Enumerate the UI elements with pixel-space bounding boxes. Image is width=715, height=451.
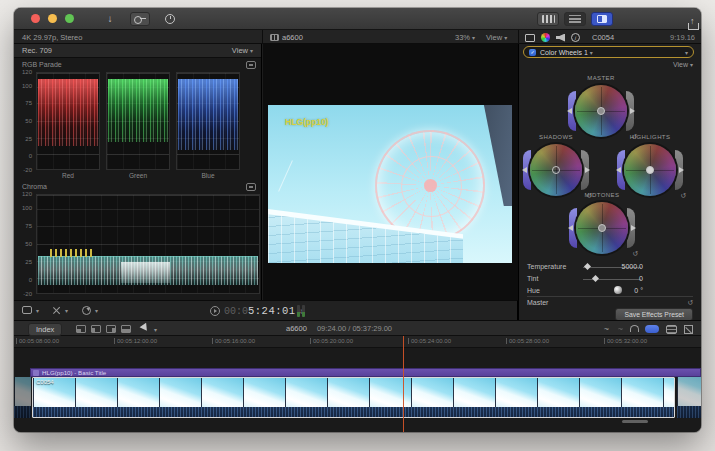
left-handle-icon[interactable] (519, 167, 527, 173)
viewer-compare-menu[interactable]: ▾ (22, 306, 39, 314)
film-frame-icon (270, 34, 279, 41)
temperature-slider[interactable] (584, 263, 591, 270)
right-handle-icon[interactable] (679, 167, 687, 173)
audio-inspector-icon[interactable] (556, 34, 565, 42)
connect-edit-button[interactable] (76, 325, 86, 333)
ruler-label: 00:05:20:00.00 (310, 338, 353, 344)
master-label: Master (527, 299, 548, 306)
keyword-editor-button[interactable] (130, 12, 150, 26)
highlights-wheel-label: HIGHLIGHTS (616, 134, 684, 140)
viewer-zoom-menu[interactable]: 33%▾ (455, 33, 475, 42)
color-disc[interactable] (624, 144, 676, 196)
timeline-toolbar: Index ▾ a6600 09:24.00 / 05:37:29.00 ~ ~ (14, 320, 701, 336)
reset-icon[interactable]: ↺ (632, 250, 638, 258)
solo-toggle[interactable] (630, 325, 639, 332)
hue-dial[interactable] (614, 286, 622, 294)
timeline-lanes[interactable]: HLG(pp10) - Basic Title C0054 (14, 348, 701, 432)
overwrite-edit-button[interactable] (121, 325, 131, 333)
zoom-button[interactable] (65, 14, 74, 23)
hue-value[interactable]: 0 ° (634, 287, 643, 294)
pole-image (278, 160, 293, 191)
inspector-view-menu[interactable]: View▾ (673, 61, 693, 68)
insert-edit-button[interactable] (91, 325, 101, 333)
effect-pulldown[interactable]: ✓ Color Wheels 1 ▾ ▾ (523, 46, 694, 58)
right-handle-icon[interactable] (585, 167, 593, 173)
left-handle-icon[interactable] (613, 167, 621, 173)
color-inspector-icon[interactable] (541, 33, 550, 42)
media-info: 4K 29.97p, Stereo (22, 33, 82, 42)
tint-slider[interactable] (592, 275, 599, 282)
tint-label: Tint (527, 275, 538, 282)
green-waveform-graph (106, 72, 170, 170)
title-clip[interactable]: HLG(pp10) - Basic Title (30, 368, 701, 377)
color-disc[interactable] (530, 144, 582, 196)
chroma-scale: 120100 7550 250 -20 (14, 194, 34, 294)
reset-icon[interactable]: ↺ (680, 192, 686, 200)
wheel-puck[interactable] (646, 166, 654, 174)
retime-menu[interactable]: ▾ (82, 306, 98, 315)
show-timeline-button[interactable] (564, 12, 586, 26)
info-inspector-icon[interactable]: i (571, 33, 580, 42)
ruler-label: 00:05:24:00.00 (408, 338, 451, 344)
previous-clip-fragment[interactable] (14, 377, 31, 418)
audio-skimming-toggle[interactable]: ~ (618, 325, 623, 333)
chevron-down-icon: ▾ (36, 307, 39, 314)
tint-value[interactable]: 0 (639, 275, 643, 282)
playhead[interactable] (403, 336, 404, 432)
viewer-panel: HLG(pp10) (263, 44, 518, 300)
scope-settings-icon[interactable] (246, 183, 256, 191)
color-disc[interactable] (575, 85, 627, 137)
left-handle-icon[interactable] (564, 108, 572, 114)
right-handle-icon[interactable] (631, 225, 639, 231)
wheel-puck[interactable] (598, 224, 606, 232)
clip-appearance-button[interactable] (666, 325, 677, 334)
show-inspector-button[interactable] (591, 12, 613, 26)
temperature-value[interactable]: 5000.0 (622, 263, 643, 270)
timecode-display[interactable]: 00:0 5:24:01 48 (210, 304, 305, 317)
append-edit-button[interactable] (106, 325, 116, 333)
snapping-toggle[interactable] (645, 325, 659, 333)
timeline-project-info[interactable]: a6600 09:24.00 / 05:37:29.00 (286, 324, 392, 333)
timeline-ruler[interactable]: 00:05:08:00.00 00:05:12:00.00 00:05:16:0… (14, 336, 701, 348)
color-disc[interactable] (576, 202, 628, 254)
close-button[interactable] (31, 14, 40, 23)
project-name: a6600 (286, 324, 307, 333)
clip-audio-waveform (14, 406, 31, 418)
info-bar: 4K 29.97p, Stereo a6600 33%▾ View▾ i C00… (14, 30, 701, 44)
effect-checkbox[interactable]: ✓ (529, 49, 536, 56)
master-color-wheel[interactable]: ↺ (567, 83, 635, 139)
tool-menu[interactable]: ▾ (142, 324, 157, 335)
down-arrow-icon: ↓ (108, 14, 113, 24)
green-waveform (108, 79, 168, 142)
clip-handle[interactable] (622, 420, 648, 423)
ruler-label: 00:05:16:00.00 (212, 338, 255, 344)
import-media-button[interactable]: ↓ (100, 12, 120, 26)
wheel-puck[interactable] (552, 166, 560, 174)
minimize-button[interactable] (48, 14, 57, 23)
background-tasks-button[interactable] (160, 12, 180, 26)
reset-icon[interactable]: ↺ (687, 299, 693, 307)
wheel-puck[interactable] (597, 107, 605, 115)
video-inspector-icon[interactable] (525, 34, 535, 42)
onscreen-tools-menu[interactable]: ▾ (52, 306, 68, 315)
video-frame[interactable]: HLG(pp10) (268, 105, 512, 263)
audio-meters[interactable] (297, 305, 305, 317)
next-clip-fragment[interactable] (677, 377, 701, 418)
scope-settings-icon[interactable] (246, 61, 256, 69)
midtones-color-wheel[interactable]: ↺ (568, 200, 636, 256)
timeline-zoom-button[interactable] (684, 325, 693, 334)
selected-video-clip[interactable]: C0054 (32, 377, 675, 418)
right-handle-icon[interactable] (630, 108, 638, 114)
left-handle-icon[interactable] (565, 225, 573, 231)
show-browser-button[interactable] (537, 12, 559, 26)
shadows-color-wheel[interactable]: ↺ (522, 142, 590, 198)
chroma-highlight (121, 262, 170, 284)
highlights-color-wheel[interactable]: ↺ (616, 142, 684, 198)
skimming-toggle[interactable]: ~ (604, 325, 609, 333)
snapping-icon (645, 325, 659, 333)
scopes-view-menu[interactable]: View▾ (232, 46, 253, 55)
index-button[interactable]: Index (28, 323, 62, 336)
viewer-view-menu[interactable]: View▾ (486, 33, 507, 42)
temperature-row: Temperature 5000.0 (527, 262, 693, 273)
ferris-wheel-image (375, 130, 485, 241)
